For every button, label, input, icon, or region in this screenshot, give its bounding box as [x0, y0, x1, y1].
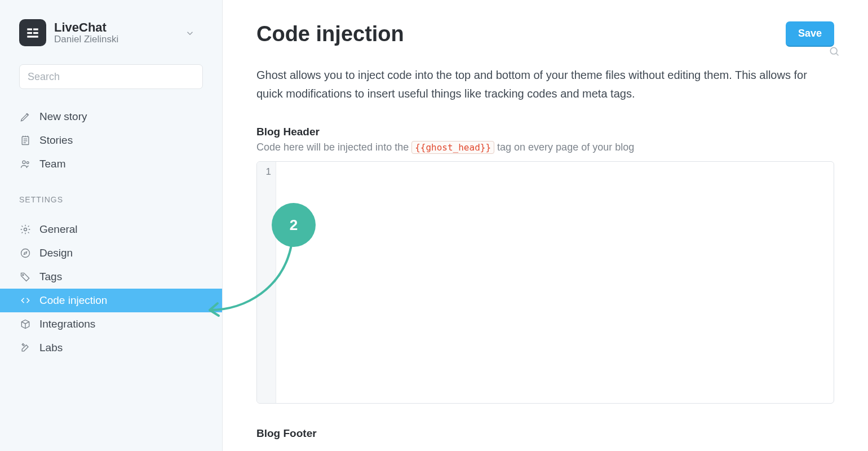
nav-settings: General Design Tags Code injection Integ… [0, 213, 222, 364]
sidebar-item-label: Integrations [39, 318, 95, 330]
brand-header[interactable]: LiveChat Daniel Zielinski [0, 0, 222, 52]
sidebar-item-label: Stories [39, 134, 73, 147]
sidebar-item-new-story[interactable]: New story [0, 105, 222, 129]
svg-rect-1 [33, 28, 38, 30]
search-wrap [0, 52, 222, 100]
svg-rect-3 [33, 32, 38, 34]
blog-header-sub-suffix: tag on every page of your blog [497, 142, 634, 153]
sidebar-item-team[interactable]: Team [0, 152, 222, 176]
sidebar-item-design[interactable]: Design [0, 241, 222, 265]
page-title: Code injection [256, 22, 404, 46]
sidebar-item-general[interactable]: General [0, 218, 222, 241]
sidebar-item-label: Team [39, 158, 65, 170]
chevron-down-icon[interactable] [185, 28, 195, 41]
svg-marker-18 [24, 252, 27, 255]
pencil-icon [19, 110, 32, 123]
svg-point-16 [24, 228, 27, 231]
svg-rect-4 [27, 36, 38, 37]
page-description: Ghost allows you to inject code into the… [256, 66, 820, 103]
sidebar-item-label: Design [39, 247, 73, 259]
box-icon [19, 318, 32, 330]
sidebar-item-stories[interactable]: Stories [0, 129, 222, 152]
header-code-editor[interactable]: 1 [256, 161, 834, 404]
svg-point-17 [21, 249, 30, 258]
blog-header-sub-prefix: Code here will be injected into the [256, 142, 411, 153]
sidebar-item-labs[interactable]: Labs [0, 336, 222, 360]
blog-header-title: Blog Header [256, 126, 834, 138]
sidebar: LiveChat Daniel Zielinski New story Stor… [0, 0, 223, 451]
brand-subtitle: Daniel Zielinski [54, 34, 118, 45]
code-icon [19, 294, 32, 307]
sidebar-item-label: Tags [39, 271, 62, 283]
search-input[interactable] [19, 64, 203, 89]
sidebar-item-label: General [39, 223, 78, 236]
sidebar-item-label: Code injection [39, 294, 107, 307]
main-content: Code injection Save Ghost allows you to … [223, 0, 868, 451]
editor-body[interactable] [276, 162, 834, 403]
svg-point-15 [26, 162, 29, 164]
save-button[interactable]: Save [786, 21, 834, 47]
notepad-icon [19, 134, 32, 147]
tag-icon [19, 271, 32, 283]
nav-main: New story Stories Team [0, 100, 222, 180]
gear-icon [19, 223, 32, 236]
compass-icon [19, 247, 32, 259]
svg-point-14 [23, 161, 25, 163]
sidebar-item-code-injection[interactable]: Code injection [0, 289, 222, 312]
blog-header-section: Blog Header Code here will be injected i… [256, 126, 834, 404]
page-header: Code injection Save [256, 21, 834, 47]
sidebar-item-integrations[interactable]: Integrations [0, 312, 222, 336]
svg-point-19 [23, 275, 24, 276]
editor-gutter: 1 [257, 162, 276, 403]
sidebar-item-label: Labs [39, 342, 63, 354]
blog-header-subtitle: Code here will be injected into the {{gh… [256, 142, 834, 153]
svg-rect-2 [27, 32, 32, 34]
ghost-head-tag: {{ghost_head}} [411, 141, 494, 154]
blog-footer-title: Blog Footer [256, 427, 834, 440]
svg-rect-0 [27, 28, 32, 30]
blog-footer-section: Blog Footer [256, 427, 834, 440]
tools-icon [19, 342, 32, 354]
settings-section-label: SETTINGS [0, 180, 222, 213]
brand-title: LiveChat [54, 20, 118, 35]
sidebar-item-label: New story [39, 110, 87, 123]
sidebar-item-tags[interactable]: Tags [0, 265, 222, 289]
line-number: 1 [257, 166, 271, 178]
brand-text: LiveChat Daniel Zielinski [54, 20, 118, 45]
team-icon [19, 158, 32, 170]
brand-icon [19, 19, 46, 46]
